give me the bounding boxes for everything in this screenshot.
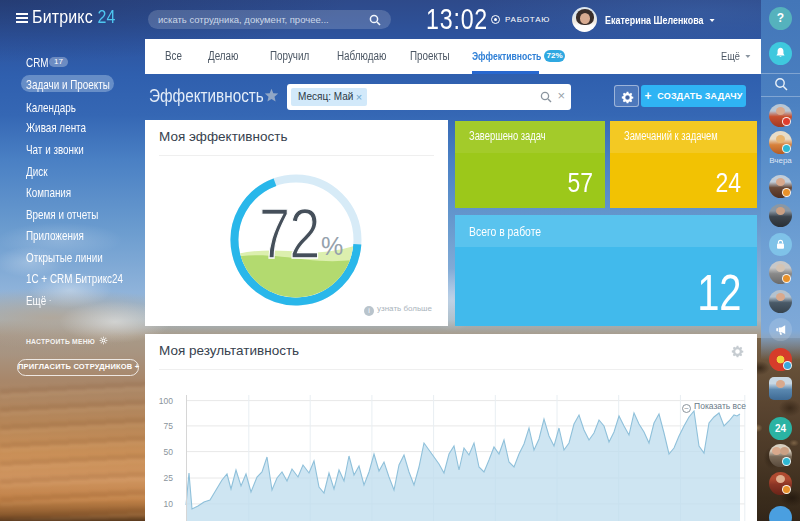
svg-text:25: 25 <box>164 473 174 483</box>
svg-text:75: 75 <box>164 421 174 431</box>
svg-text:50: 50 <box>164 447 174 457</box>
svg-text:10: 10 <box>164 499 174 509</box>
svg-text:100: 100 <box>159 396 173 406</box>
